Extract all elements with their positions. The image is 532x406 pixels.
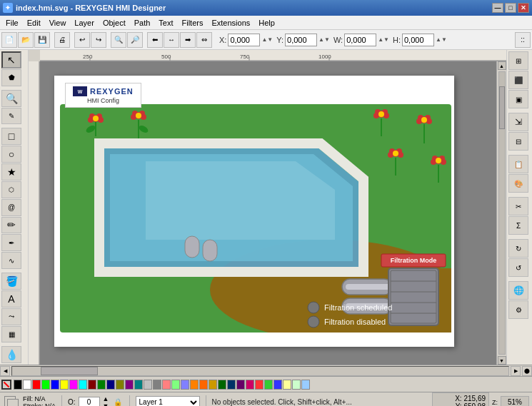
calligraphy-tool[interactable]: ∿ bbox=[1, 252, 21, 269]
color-lightred[interactable] bbox=[162, 380, 171, 390]
align-btn[interactable]: ⊟ bbox=[508, 132, 528, 151]
color-crimson[interactable] bbox=[246, 380, 254, 390]
color-magenta[interactable] bbox=[69, 380, 78, 390]
color-lightgreen[interactable] bbox=[171, 380, 180, 390]
y-input[interactable] bbox=[285, 34, 317, 46]
align-right-btn[interactable]: ➡ bbox=[180, 32, 196, 48]
color-lightyellow[interactable] bbox=[283, 380, 291, 390]
scroll-track-h[interactable] bbox=[11, 366, 509, 376]
snap-bbox-btn[interactable]: ⬛ bbox=[508, 71, 528, 89]
color-black[interactable] bbox=[14, 380, 22, 390]
color-limegreen[interactable] bbox=[264, 380, 273, 390]
xml-editor-btn[interactable]: 📋 bbox=[508, 155, 528, 173]
menu-extensions[interactable]: Extensions bbox=[207, 17, 254, 29]
fill-stroke-btn[interactable]: 🎨 bbox=[508, 174, 528, 193]
h-spinners[interactable]: ▲▼ bbox=[436, 36, 447, 43]
w-spinners[interactable]: ▲▼ bbox=[378, 36, 389, 43]
color-tomato[interactable] bbox=[255, 380, 264, 390]
measure-tool[interactable]: ✎ bbox=[1, 108, 21, 125]
snap-page-btn[interactable]: ▣ bbox=[508, 90, 528, 108]
scroll-right-btn[interactable]: ▶ bbox=[511, 366, 521, 376]
color-red[interactable] bbox=[32, 380, 41, 390]
x-spinners[interactable]: ▲▼ bbox=[261, 36, 273, 43]
w-input[interactable] bbox=[344, 34, 376, 46]
color-cyan[interactable] bbox=[79, 380, 87, 390]
zoom-tool[interactable]: 🔍 bbox=[1, 90, 21, 107]
scroll-down-btn[interactable]: ▼ bbox=[498, 356, 506, 365]
scroll-up-btn[interactable]: ▲ bbox=[498, 61, 506, 70]
path-ops-btn[interactable]: ✂ bbox=[508, 197, 528, 215]
color-orange2[interactable] bbox=[199, 380, 208, 390]
rotate-cw-btn[interactable]: ↻ bbox=[508, 239, 528, 258]
color-olive[interactable] bbox=[116, 380, 124, 390]
snap-btn[interactable]: :: bbox=[515, 32, 531, 48]
menu-view[interactable]: View bbox=[45, 17, 71, 29]
menu-layer[interactable]: Layer bbox=[70, 17, 99, 29]
minimize-btn[interactable]: — bbox=[492, 3, 503, 13]
pencil-tool[interactable]: ✏ bbox=[1, 217, 21, 234]
color-darkred[interactable] bbox=[88, 380, 96, 390]
dropper-tool[interactable]: 💧 bbox=[1, 346, 21, 363]
rect-tool[interactable]: □ bbox=[1, 128, 21, 145]
menu-object[interactable]: Object bbox=[99, 17, 130, 29]
color-orange[interactable] bbox=[190, 380, 199, 390]
zoom-in-btn[interactable]: 🔍 bbox=[111, 32, 126, 48]
scroll-end-btn[interactable]: ⬤ bbox=[522, 366, 532, 376]
undo-btn[interactable]: ↩ bbox=[74, 32, 90, 48]
scroll-track-v[interactable] bbox=[498, 71, 506, 355]
circle-tool[interactable]: ○ bbox=[1, 146, 21, 163]
maximize-btn[interactable]: □ bbox=[505, 3, 516, 13]
menu-file[interactable]: File bbox=[1, 17, 23, 29]
symbols-btn[interactable]: Σ bbox=[508, 216, 528, 235]
scroll-left-btn[interactable]: ◀ bbox=[0, 366, 10, 376]
color-violet[interactable] bbox=[236, 380, 245, 390]
color-lightblue[interactable] bbox=[181, 380, 189, 390]
align-center-btn[interactable]: ↔ bbox=[164, 32, 179, 48]
color-white[interactable] bbox=[23, 380, 31, 390]
3d-box-tool[interactable]: ⬡ bbox=[1, 181, 21, 198]
text-tool[interactable]: A bbox=[1, 290, 21, 308]
color-purple[interactable] bbox=[125, 380, 134, 390]
menu-help[interactable]: Help bbox=[254, 17, 279, 29]
snap-nodes-btn[interactable]: ⊞ bbox=[508, 51, 528, 70]
scroll-thumb-v[interactable] bbox=[499, 86, 505, 129]
print-btn[interactable]: 🖨 bbox=[54, 32, 70, 48]
color-green[interactable] bbox=[41, 380, 50, 390]
color-darkblue[interactable] bbox=[106, 380, 115, 390]
h-input[interactable] bbox=[402, 34, 434, 46]
pen-tool[interactable]: ✒ bbox=[1, 234, 21, 251]
distribute-btn[interactable]: ⇔ bbox=[196, 32, 212, 48]
save-btn[interactable]: 💾 bbox=[34, 32, 50, 48]
transform-btn[interactable]: ⇲ bbox=[508, 113, 528, 131]
y-spinners[interactable]: ▲▼ bbox=[318, 36, 330, 43]
menu-text[interactable]: Text bbox=[154, 17, 177, 29]
color-blue[interactable] bbox=[51, 380, 59, 390]
select-tool[interactable]: ↖ bbox=[1, 51, 21, 68]
color-navy[interactable] bbox=[227, 380, 236, 390]
layer-dropdown[interactable]: Layer 1 bbox=[136, 396, 200, 407]
x-input[interactable] bbox=[228, 34, 260, 46]
connector-tool[interactable]: ⤳ bbox=[1, 308, 21, 325]
color-gray[interactable] bbox=[153, 380, 161, 390]
color-cornflower[interactable] bbox=[301, 380, 310, 390]
color-dkgreen2[interactable] bbox=[218, 380, 226, 390]
bucket-tool[interactable]: 🪣 bbox=[1, 273, 21, 290]
spiral-tool[interactable]: @ bbox=[1, 199, 21, 216]
star-tool[interactable]: ★ bbox=[1, 163, 21, 181]
no-color-btn[interactable] bbox=[1, 380, 11, 390]
new-btn[interactable]: 📄 bbox=[1, 32, 17, 48]
color-yellow[interactable] bbox=[60, 380, 69, 390]
color-honeydew[interactable] bbox=[292, 380, 301, 390]
close-btn[interactable]: ✕ bbox=[518, 3, 529, 13]
canvas-scroll[interactable]: W REXYGEN HMI Config bbox=[40, 61, 506, 365]
opacity-spinners[interactable]: ▲▼ bbox=[103, 395, 109, 407]
menu-edit[interactable]: Edit bbox=[23, 17, 45, 29]
open-btn[interactable]: 📂 bbox=[18, 32, 34, 48]
redo-btn[interactable]: ↪ bbox=[91, 32, 106, 48]
menu-filters[interactable]: Filters bbox=[178, 17, 208, 29]
node-tool[interactable]: ⬟ bbox=[1, 69, 21, 86]
rotate-ccw-btn[interactable]: ↺ bbox=[508, 258, 528, 277]
globe-btn[interactable]: 🌐 bbox=[508, 281, 528, 300]
gradient-tool[interactable]: ▦ bbox=[1, 326, 21, 343]
align-left-btn[interactable]: ⬅ bbox=[147, 32, 163, 48]
